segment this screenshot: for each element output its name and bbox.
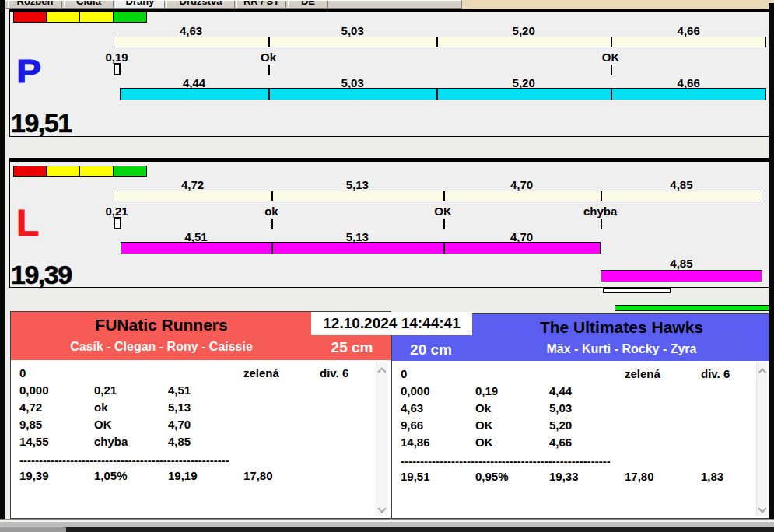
result-cell: 4,70 — [168, 418, 191, 431]
team-name: FUNatic Runners — [11, 316, 312, 334]
lane-total-time: 19,39 — [11, 261, 72, 288]
actual-segment-divider — [611, 89, 612, 100]
actual-segment-label: 4,66 — [611, 76, 766, 89]
ideal-segment-divider — [611, 37, 612, 47]
result-cell: 0 — [401, 367, 407, 380]
result-cell: 0,000 — [401, 384, 430, 397]
ideal-time-bar — [114, 37, 766, 47]
actual-segment-label: 5,03 — [268, 76, 436, 89]
exchange-marker-label: ok — [240, 205, 303, 218]
totals-cell: 17,80 — [625, 470, 654, 483]
ideal-segment-label: 5,13 — [271, 178, 443, 191]
result-cell: 0,21 — [94, 383, 117, 397]
exchange-marker-label: OK — [412, 205, 475, 218]
ideal-segment-label: 4,66 — [611, 24, 766, 37]
totals-cell: 19,33 — [549, 470, 579, 483]
distance-label: 25 cm — [312, 339, 392, 356]
actual-segment-label: 4,51 — [121, 230, 271, 243]
app-window: RozběhČidlaDráhyDružstvaRR / STDE 4,635,… — [0, 0, 774, 532]
ideal-segment-divider — [268, 37, 270, 47]
exchange-marker-tick — [443, 219, 445, 229]
start-light-green — [114, 166, 147, 177]
scroll-up-icon[interactable] — [377, 367, 386, 376]
result-cell: 4,51 — [168, 383, 191, 397]
start-light-red — [13, 166, 47, 177]
actual-segment-label: 5,20 — [436, 76, 611, 89]
result-cell: Ok — [475, 401, 491, 415]
totals-cell: 1,83 — [701, 470, 723, 483]
result-cell: chyba — [94, 435, 128, 448]
scroll-down-icon[interactable] — [758, 504, 766, 513]
vertical-scrollbar[interactable] — [376, 362, 387, 516]
vertical-scrollbar[interactable] — [756, 362, 768, 516]
result-cell: 4,63 — [401, 401, 423, 415]
result-cell: 14,86 — [401, 436, 430, 449]
distance-label: 20 cm — [392, 341, 470, 359]
actual-segment-divider — [271, 243, 273, 254]
team-results-area: 0zelenádiv. 60,0000,214,514,72ok5,139,85… — [12, 360, 390, 517]
result-row: 9,66OK5,20 — [393, 418, 768, 436]
overflow-segment-label: 4,85 — [601, 257, 763, 270]
ideal-segment-label: 4,70 — [443, 178, 601, 191]
window-right-border — [769, 3, 774, 527]
lane-letter-p: P — [16, 55, 41, 88]
ideal-segment-label: 4,72 — [114, 178, 271, 191]
result-cell: 4,85 — [168, 435, 191, 448]
exchange-marker-tick — [271, 219, 273, 229]
actual-time-bar — [120, 88, 766, 100]
totals-cell: 19,19 — [168, 469, 198, 482]
actual-time-bar — [121, 242, 601, 254]
totals-row: 19,391,05%19,1917,80 — [12, 469, 390, 486]
result-row: 0,0000,214,51 — [12, 383, 390, 401]
result-cell: 0,19 — [475, 384, 498, 397]
exchange-marker-tick — [268, 65, 270, 75]
ideal-segment-label: 4,63 — [114, 24, 268, 37]
start-light-green — [114, 12, 147, 23]
start-light-yellow — [47, 12, 80, 23]
scroll-up-icon[interactable] — [758, 368, 766, 376]
ideal-segment-divider — [443, 191, 445, 201]
totals-cell: 1,05% — [94, 469, 128, 482]
result-cell: 0 — [19, 366, 26, 380]
team-results-area: 0zelenádiv. 60,0000,194,444,63Ok5,039,66… — [393, 361, 768, 517]
start-light-red — [13, 12, 47, 23]
ideal-segment-label: 5,20 — [436, 24, 611, 37]
result-row: 4,63Ok5,03 — [393, 401, 768, 418]
taskbar-strip — [0, 527, 774, 532]
green-status-bar — [615, 305, 769, 311]
ideal-segment-divider — [436, 37, 438, 47]
team-panel-left: FUNatic RunnersCasík - Clegan - Rony - C… — [10, 311, 391, 519]
team-panel-right: The Ultimates HawksMäx - Kurti - Rocky -… — [391, 313, 769, 519]
lane-total-time: 19,51 — [11, 110, 72, 136]
result-cell: 4,44 — [549, 384, 572, 397]
totals-cell: 0,95% — [475, 470, 509, 483]
result-row: 0zelenádiv. 6 — [12, 366, 390, 383]
lane-letter-l: L — [16, 205, 39, 242]
result-cell: OK — [94, 418, 112, 431]
ideal-segment-divider — [271, 191, 273, 201]
team-title-wrap: The Ultimates HawksMäx - Kurti - Rocky -… — [473, 314, 770, 361]
actual-segment-label: 5,13 — [271, 230, 443, 243]
result-cell: div. 6 — [701, 367, 730, 380]
result-cell: 4,66 — [549, 436, 572, 449]
result-row: 0zelenádiv. 6 — [393, 367, 768, 384]
team-members: Mäx - Kurti - Rocky - Zyra — [473, 342, 770, 356]
background-window-strip — [461, 0, 774, 9]
ideal-segment-divider — [601, 191, 602, 201]
timestamp: 12.10.2024 14:44:41 — [311, 312, 472, 335]
result-cell: OK — [475, 418, 493, 432]
result-row: 14,86OK4,66 — [393, 436, 768, 453]
totals-row: 19,510,95%19,3317,801,83 — [393, 470, 768, 487]
start-lights — [13, 166, 147, 177]
start-light-yellow — [80, 12, 114, 23]
scroll-down-icon[interactable] — [377, 504, 386, 513]
exchange-marker-label: OK — [580, 51, 642, 64]
result-cell: ok — [94, 401, 108, 414]
totals-cell: 19,51 — [401, 470, 430, 483]
totals-cell: 19,39 — [19, 469, 49, 482]
result-cell: 5,13 — [168, 401, 191, 414]
result-cell: 4,72 — [19, 401, 42, 414]
reaction-time-box — [114, 217, 121, 229]
results-divider: ----------------------------------------… — [19, 453, 231, 466]
team-name: The Ultimates Hawks — [473, 318, 770, 337]
